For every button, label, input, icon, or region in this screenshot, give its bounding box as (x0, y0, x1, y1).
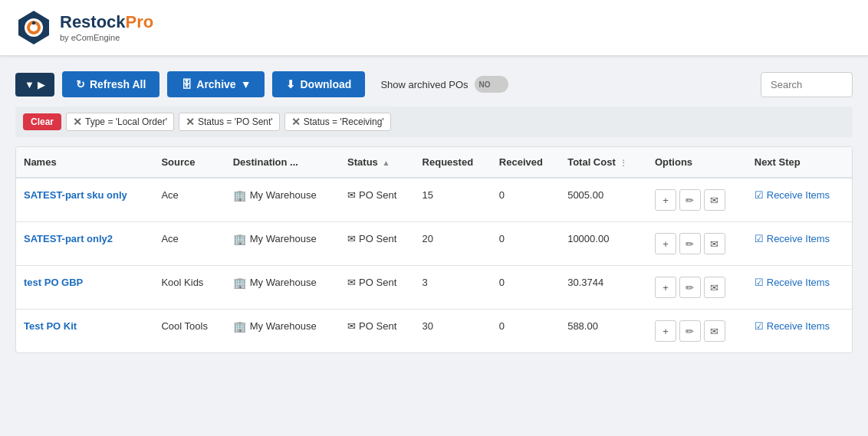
cell-destination-2: 🏢 My Warehouse (225, 266, 340, 310)
cell-destination-0: 🏢 My Warehouse (225, 178, 340, 222)
add-btn-3[interactable]: + (655, 320, 676, 342)
cell-source-1: Ace (153, 222, 225, 266)
warehouse-icon-1: 🏢 (233, 233, 246, 245)
logo-text: RestockPro by eComEngine (60, 12, 153, 43)
logo-sub: by eComEngine (60, 33, 153, 43)
cell-source-2: Kool Kids (153, 266, 225, 310)
col-status-label: Status (347, 156, 378, 168)
total-cost-sort-icon[interactable]: ⋮ (620, 159, 627, 167)
filter-button[interactable]: ▼ ▶ (15, 73, 54, 97)
col-requested: Requested (415, 147, 492, 178)
po-link-1[interactable]: SATEST-part only2 (24, 233, 113, 244)
download-button[interactable]: ⬇ Download (272, 71, 365, 97)
receive-items-link-0[interactable]: ☑ Receive Items (755, 189, 844, 201)
col-destination-label: Destination ... (233, 156, 298, 168)
filter-icon: ▼ (25, 79, 35, 90)
po-link-0[interactable]: SATEST-part sku only (24, 189, 127, 201)
archived-toggle[interactable]: NO (475, 76, 508, 93)
status-icon-1: ✉ (347, 233, 356, 244)
receive-check-icon-1: ☑ (755, 233, 764, 244)
logo-icon (15, 9, 52, 46)
warehouse-icon-2: 🏢 (233, 277, 246, 289)
table-row: Test PO Kit Cool Tools 🏢 My Warehouse ✉P… (16, 310, 852, 353)
svg-rect-5 (32, 21, 35, 25)
table-row: SATEST-part sku only Ace 🏢 My Warehouse … (16, 178, 852, 222)
cell-destination-3: 🏢 My Warehouse (225, 310, 340, 353)
edit-btn-1[interactable]: ✏ (679, 233, 701, 254)
add-btn-1[interactable]: + (655, 233, 676, 254)
table-body: SATEST-part sku only Ace 🏢 My Warehouse … (16, 178, 852, 352)
status-sort-icon[interactable]: ▲ (382, 159, 390, 167)
col-next-step: Next Step (747, 147, 852, 178)
col-names: Names (16, 147, 153, 178)
show-archived-container: Show archived POs NO (380, 76, 508, 93)
receive-check-icon-0: ☑ (755, 189, 764, 201)
table-row: SATEST-part only2 Ace 🏢 My Warehouse ✉PO… (16, 222, 852, 266)
table-header: Names Source Destination ... Status ▲ Re… (16, 147, 852, 178)
filter-tag-status-sent: ✕ Status = 'PO Sent' (179, 113, 280, 131)
filter-tag-close-status-receiving[interactable]: ✕ (291, 116, 301, 128)
po-link-3[interactable]: Test PO Kit (24, 320, 77, 332)
cell-next-step-0: ☑ Receive Items (747, 178, 852, 222)
logo-pro: Pro (126, 12, 154, 31)
search-input[interactable] (761, 72, 853, 97)
warehouse-name-0: My Warehouse (250, 189, 317, 201)
download-icon: ⬇ (286, 78, 295, 90)
receive-check-icon-3: ☑ (755, 320, 764, 332)
add-btn-2[interactable]: + (655, 277, 676, 298)
cell-options-0: + ✏ ✉ (647, 178, 747, 222)
filter-tag-close-status-sent[interactable]: ✕ (186, 116, 195, 128)
col-status: Status ▲ (340, 147, 415, 178)
logo-name: RestockPro (60, 12, 153, 32)
cell-total-cost-1: 10000.00 (560, 222, 647, 266)
status-icon-0: ✉ (347, 189, 356, 201)
filter-tag-close-type[interactable]: ✕ (73, 116, 82, 128)
warehouse-name-3: My Warehouse (250, 320, 317, 332)
po-table-container: Names Source Destination ... Status ▲ Re… (15, 146, 853, 353)
refresh-all-button[interactable]: ↻ Refresh All (62, 71, 159, 97)
cell-received-3: 0 (492, 310, 560, 353)
receive-items-link-2[interactable]: ☑ Receive Items (755, 277, 844, 288)
logo-restock: Restock (60, 12, 126, 31)
logo: RestockPro by eComEngine (15, 9, 153, 46)
app-header: RestockPro by eComEngine (0, 0, 868, 56)
archive-dropdown-icon: ▼ (241, 78, 252, 90)
cell-received-2: 0 (492, 266, 560, 310)
po-link-2[interactable]: test PO GBP (24, 277, 83, 288)
show-archived-label: Show archived POs (380, 79, 468, 90)
email-btn-1[interactable]: ✉ (704, 233, 725, 254)
cell-source-3: Cool Tools (153, 310, 225, 353)
receive-items-link-3[interactable]: ☑ Receive Items (755, 320, 844, 332)
cell-name-0: SATEST-part sku only (16, 178, 153, 222)
add-btn-0[interactable]: + (655, 189, 676, 211)
warehouse-name-2: My Warehouse (250, 277, 317, 288)
cell-total-cost-3: 588.00 (560, 310, 647, 353)
filter-tag-status-receiving: ✕ Status = 'Receiving' (284, 113, 391, 131)
refresh-label: Refresh All (90, 78, 146, 90)
email-btn-0[interactable]: ✉ (704, 189, 725, 211)
clear-filters-button[interactable]: Clear (23, 113, 61, 130)
filter-tag-status-sent-label: Status = 'PO Sent' (198, 116, 273, 127)
col-total-cost-label: Total Cost (567, 156, 616, 168)
cell-destination-1: 🏢 My Warehouse (225, 222, 340, 266)
edit-btn-3[interactable]: ✏ (679, 320, 701, 342)
warehouse-name-1: My Warehouse (250, 233, 317, 244)
po-table: Names Source Destination ... Status ▲ Re… (16, 147, 852, 352)
email-btn-3[interactable]: ✉ (704, 320, 725, 342)
cell-source-0: Ace (153, 178, 225, 222)
cell-total-cost-0: 5005.00 (560, 178, 647, 222)
cell-name-2: test PO GBP (16, 266, 153, 310)
cell-options-1: + ✏ ✉ (647, 222, 747, 266)
cell-total-cost-2: 30.3744 (560, 266, 647, 310)
col-options: Options (647, 147, 747, 178)
edit-btn-0[interactable]: ✏ (679, 189, 701, 211)
cell-status-1: ✉PO Sent (340, 222, 415, 266)
archive-icon: 🗄 (181, 78, 192, 90)
cell-requested-2: 3 (415, 266, 492, 310)
filters-row: Clear ✕ Type = 'Local Order' ✕ Status = … (15, 107, 853, 137)
receive-items-link-1[interactable]: ☑ Receive Items (755, 233, 844, 244)
archive-button[interactable]: 🗄 Archive ▼ (167, 71, 265, 97)
cell-requested-1: 20 (415, 222, 492, 266)
email-btn-2[interactable]: ✉ (704, 277, 725, 298)
edit-btn-2[interactable]: ✏ (679, 277, 701, 298)
